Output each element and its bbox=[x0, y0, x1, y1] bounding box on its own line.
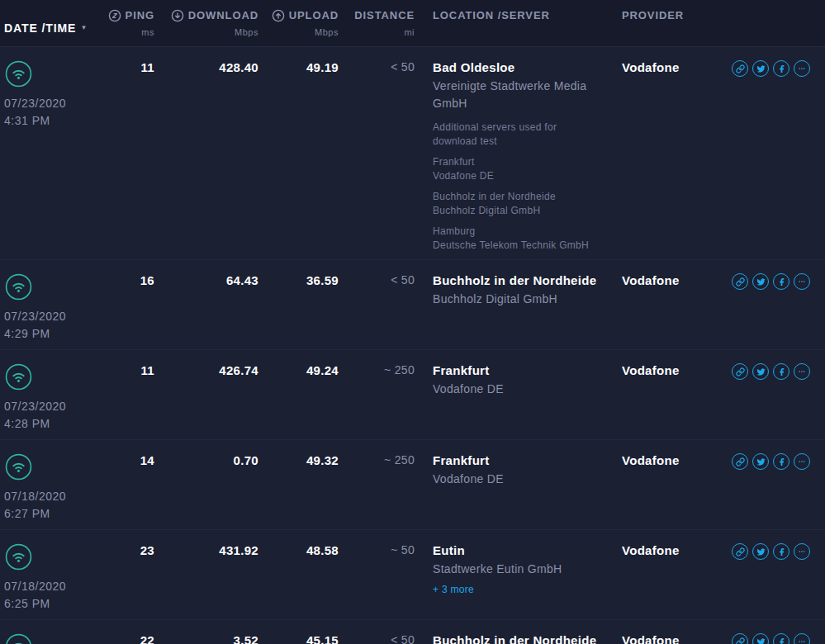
copy-link-button[interactable] bbox=[732, 543, 748, 560]
share-twitter-button[interactable] bbox=[752, 60, 769, 77]
upload-value: 36.59 bbox=[258, 272, 339, 288]
link-icon bbox=[736, 637, 745, 644]
distance-value: < 50 bbox=[339, 632, 415, 644]
facebook-icon bbox=[777, 547, 786, 556]
more-ellipsis-icon bbox=[797, 277, 807, 286]
server-location: Buchholz in der Nordheide bbox=[433, 632, 605, 644]
result-row: 07/23/2020 4:31 PM 11 428.40 49.19 < 50 … bbox=[0, 47, 825, 260]
provider-value: Vodafone bbox=[622, 362, 725, 378]
ping-header-label: PING bbox=[126, 9, 154, 22]
upload-value: 49.19 bbox=[258, 59, 339, 75]
link-icon bbox=[736, 277, 745, 286]
share-twitter-button[interactable] bbox=[752, 633, 769, 644]
column-header-upload: UPLOAD Mbps bbox=[258, 9, 339, 46]
copy-link-button[interactable] bbox=[732, 273, 748, 290]
server-sponsor: Buchholz Digital GmbH bbox=[433, 291, 602, 308]
result-time: 4:29 PM bbox=[4, 325, 124, 343]
additional-server: Buchholz in der Nordheide Buchholz Digit… bbox=[433, 190, 605, 218]
share-actions bbox=[725, 632, 825, 644]
column-header-distance: DISTANCE mi bbox=[339, 9, 415, 46]
share-facebook-button[interactable] bbox=[773, 60, 789, 77]
server-location: Frankfurt bbox=[433, 452, 605, 469]
share-twitter-button[interactable] bbox=[752, 543, 769, 560]
share-actions bbox=[725, 362, 825, 380]
link-icon bbox=[736, 547, 745, 556]
download-value: 431.92 bbox=[154, 542, 258, 558]
facebook-icon bbox=[777, 64, 786, 73]
ping-value: 14 bbox=[124, 452, 154, 468]
share-actions bbox=[725, 59, 825, 77]
share-facebook-button[interactable] bbox=[773, 633, 789, 644]
result-time: 4:31 PM bbox=[4, 112, 124, 130]
result-date: 07/18/2020 bbox=[4, 488, 124, 505]
more-ellipsis-icon bbox=[797, 637, 807, 644]
distance-value: ~ 50 bbox=[339, 542, 415, 558]
share-actions bbox=[725, 452, 825, 470]
upload-value: 45.15 bbox=[258, 632, 339, 644]
server-location: Bad Oldesloe bbox=[433, 59, 605, 76]
additional-server: Frankfurt Vodafone DE bbox=[433, 155, 605, 183]
upload-header-label: UPLOAD bbox=[289, 9, 339, 22]
share-twitter-button[interactable] bbox=[752, 273, 769, 290]
more-options-button[interactable] bbox=[794, 453, 810, 470]
datetime-cell: 07/23/2020 4:29 PM bbox=[0, 272, 124, 343]
column-header-location: LOCATION /SERVER bbox=[415, 9, 622, 46]
column-header-datetime[interactable]: DATE /TIME ▾ bbox=[0, 9, 124, 46]
download-value: 426.74 bbox=[154, 362, 258, 378]
more-options-button[interactable] bbox=[794, 543, 810, 560]
copy-link-button[interactable] bbox=[732, 453, 748, 470]
more-options-button[interactable] bbox=[794, 60, 810, 77]
datetime-cell: 07/18/2020 6:25 PM bbox=[0, 542, 124, 613]
ping-unit-label: ms bbox=[141, 27, 154, 38]
more-options-button[interactable] bbox=[794, 633, 810, 644]
caret-down-icon: ▾ bbox=[82, 24, 86, 31]
share-twitter-button[interactable] bbox=[752, 453, 769, 470]
provider-value: Vodafone bbox=[622, 632, 725, 644]
more-options-button[interactable] bbox=[794, 363, 810, 380]
additional-server-sponsor: Vodafone DE bbox=[433, 169, 605, 183]
result-row: 07/23/2020 4:28 PM 11 426.74 49.24 ~ 250… bbox=[0, 350, 825, 440]
wifi-icon bbox=[5, 633, 32, 644]
ping-value: 11 bbox=[124, 59, 154, 75]
location-cell: Frankfurt Vodafone DE bbox=[415, 362, 622, 398]
share-facebook-button[interactable] bbox=[773, 273, 789, 290]
copy-link-button[interactable] bbox=[732, 633, 748, 644]
facebook-icon bbox=[777, 457, 786, 466]
server-location: Buchholz in der Nordheide bbox=[433, 272, 605, 289]
additional-server: Hamburg Deutsche Telekom Technik GmbH bbox=[433, 225, 605, 253]
upload-value: 49.32 bbox=[258, 452, 339, 468]
result-row: 07/18/2020 6:25 PM 23 431.92 48.58 ~ 50 … bbox=[0, 530, 825, 620]
more-servers-link[interactable]: + 3 more bbox=[433, 583, 474, 597]
copy-link-button[interactable] bbox=[732, 363, 748, 380]
additional-server-location: Frankfurt bbox=[433, 155, 605, 169]
share-twitter-button[interactable] bbox=[752, 363, 769, 380]
upload-icon bbox=[272, 9, 285, 22]
more-ellipsis-icon bbox=[797, 367, 807, 376]
ping-value: 11 bbox=[124, 362, 154, 378]
result-row: 07/23/2020 4:29 PM 16 64.43 36.59 < 50 B… bbox=[0, 260, 825, 350]
copy-link-button[interactable] bbox=[732, 60, 748, 77]
server-sponsor: Vodafone DE bbox=[433, 471, 602, 488]
location-header-label: LOCATION /SERVER bbox=[433, 9, 550, 22]
result-date: 07/23/2020 bbox=[4, 398, 124, 415]
share-facebook-button[interactable] bbox=[773, 363, 789, 380]
additional-servers-label: Additional servers used for download tes… bbox=[433, 121, 573, 149]
location-cell: Bad Oldesloe Vereinigte Stadtwerke Media… bbox=[415, 59, 622, 253]
distance-value: ~ 250 bbox=[339, 362, 415, 378]
share-facebook-button[interactable] bbox=[773, 543, 789, 560]
more-ellipsis-icon bbox=[797, 547, 807, 556]
provider-value: Vodafone bbox=[622, 59, 725, 75]
link-icon bbox=[736, 367, 745, 376]
datetime-cell: 07/23/2020 4:28 PM bbox=[0, 362, 124, 433]
more-options-button[interactable] bbox=[794, 273, 810, 290]
result-date: 07/23/2020 bbox=[4, 308, 124, 325]
share-actions bbox=[725, 542, 825, 560]
location-cell: Buchholz in der Nordheide Buchholz Digit… bbox=[415, 632, 622, 644]
column-header-download: DOWNLOAD Mbps bbox=[154, 9, 258, 46]
server-location: Frankfurt bbox=[433, 362, 605, 379]
location-cell: Frankfurt Vodafone DE bbox=[415, 452, 622, 488]
twitter-icon bbox=[756, 64, 766, 73]
twitter-icon bbox=[756, 367, 766, 376]
additional-server-sponsor: Buchholz Digital GmbH bbox=[433, 204, 605, 218]
share-facebook-button[interactable] bbox=[773, 453, 789, 470]
